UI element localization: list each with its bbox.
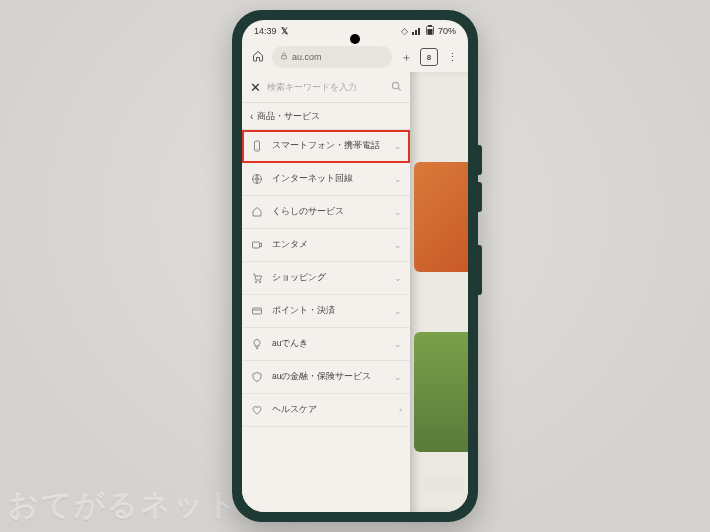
power-button	[478, 245, 482, 295]
menu-item-label: エンタメ	[272, 239, 386, 251]
chevron-left-icon: ‹	[250, 111, 253, 122]
menu-item-entertainment[interactable]: エンタメ ⌄	[242, 229, 410, 262]
menu-item-finance[interactable]: auの金融・保険サービス ⌄	[242, 361, 410, 394]
svg-point-9	[259, 281, 261, 283]
cart-icon	[250, 271, 264, 285]
menu-item-label: インターネット回線	[272, 173, 386, 185]
page-content: ✕ 検索キーワードを入力 ‹ 商品・サービス スマートフォン・携帯電話 ⌄	[242, 72, 468, 512]
phone-screen: 14:39 𝕏 ◇ 70%	[242, 20, 468, 512]
peek-button	[424, 476, 464, 494]
browser-menu-button[interactable]: ⋮	[444, 49, 460, 65]
close-menu-button[interactable]: ✕	[250, 80, 261, 95]
watermark-text: おてがるネット	[8, 485, 239, 526]
signal-icon	[412, 27, 422, 35]
tab-count-button[interactable]: 8	[420, 48, 438, 66]
svg-point-8	[255, 281, 257, 283]
globe-icon	[250, 172, 264, 186]
home-icon[interactable]	[250, 48, 266, 66]
breadcrumb-back[interactable]: ‹ 商品・サービス	[242, 103, 410, 130]
menu-item-label: auでんき	[272, 338, 386, 350]
menu-item-points[interactable]: ポイント・決済 ⌄	[242, 295, 410, 328]
video-icon	[250, 238, 264, 252]
chevron-down-icon: ⌄	[394, 339, 402, 349]
vibrate-icon: ◇	[401, 26, 408, 36]
url-field[interactable]: au.com	[272, 46, 392, 68]
chevron-down-icon: ⌄	[394, 273, 402, 283]
card-icon	[250, 304, 264, 318]
chevron-down-icon: ⌄	[394, 141, 402, 151]
url-text: au.com	[292, 52, 322, 62]
chevron-down-icon: ⌄	[394, 372, 402, 382]
menu-search-row: ✕ 検索キーワードを入力	[242, 72, 410, 103]
svg-rect-10	[253, 308, 262, 314]
smartphone-icon	[250, 139, 264, 153]
chevron-right-icon: ›	[399, 405, 402, 415]
side-menu-panel: ✕ 検索キーワードを入力 ‹ 商品・サービス スマートフォン・携帯電話 ⌄	[242, 72, 410, 512]
menu-item-label: ショッピング	[272, 272, 386, 284]
menu-item-label: ヘルスケア	[272, 404, 391, 416]
lock-icon	[280, 52, 288, 62]
volume-up-button	[478, 145, 482, 175]
menu-item-label: auの金融・保険サービス	[272, 371, 386, 383]
svg-point-4	[392, 82, 398, 88]
svg-rect-7	[253, 242, 260, 248]
x-app-icon: 𝕏	[281, 26, 288, 36]
chevron-down-icon: ⌄	[394, 174, 402, 184]
phone-case: 14:39 𝕏 ◇ 70%	[232, 10, 478, 522]
menu-item-label: ポイント・決済	[272, 305, 386, 317]
volume-down-button	[478, 182, 482, 212]
search-input[interactable]: 検索キーワードを入力	[267, 81, 385, 94]
breadcrumb-label: 商品・サービス	[257, 110, 320, 123]
search-icon[interactable]	[391, 81, 402, 94]
menu-item-internet[interactable]: インターネット回線 ⌄	[242, 163, 410, 196]
chevron-down-icon: ⌄	[394, 207, 402, 217]
heart-icon	[250, 403, 264, 417]
menu-item-denki[interactable]: auでんき ⌄	[242, 328, 410, 361]
browser-address-bar: au.com ＋ 8 ⋮	[242, 42, 468, 72]
chevron-down-icon: ⌄	[394, 306, 402, 316]
status-time: 14:39	[254, 26, 277, 36]
menu-item-healthcare[interactable]: ヘルスケア ›	[242, 394, 410, 427]
menu-item-label: スマートフォン・携帯電話	[272, 140, 386, 152]
menu-item-smartphone[interactable]: スマートフォン・携帯電話 ⌄	[242, 130, 410, 163]
svg-rect-3	[282, 56, 287, 59]
battery-percent: 70%	[438, 26, 456, 36]
svg-rect-2	[427, 29, 432, 34]
front-camera	[350, 34, 360, 44]
battery-icon	[426, 25, 434, 37]
menu-item-shopping[interactable]: ショッピング ⌄	[242, 262, 410, 295]
menu-item-living[interactable]: くらしのサービス ⌄	[242, 196, 410, 229]
chevron-down-icon: ⌄	[394, 240, 402, 250]
home-service-icon	[250, 205, 264, 219]
shield-icon	[250, 370, 264, 384]
menu-item-label: くらしのサービス	[272, 206, 386, 218]
bulb-icon	[250, 337, 264, 351]
new-tab-button[interactable]: ＋	[398, 49, 414, 65]
background-page-peek	[410, 72, 468, 512]
